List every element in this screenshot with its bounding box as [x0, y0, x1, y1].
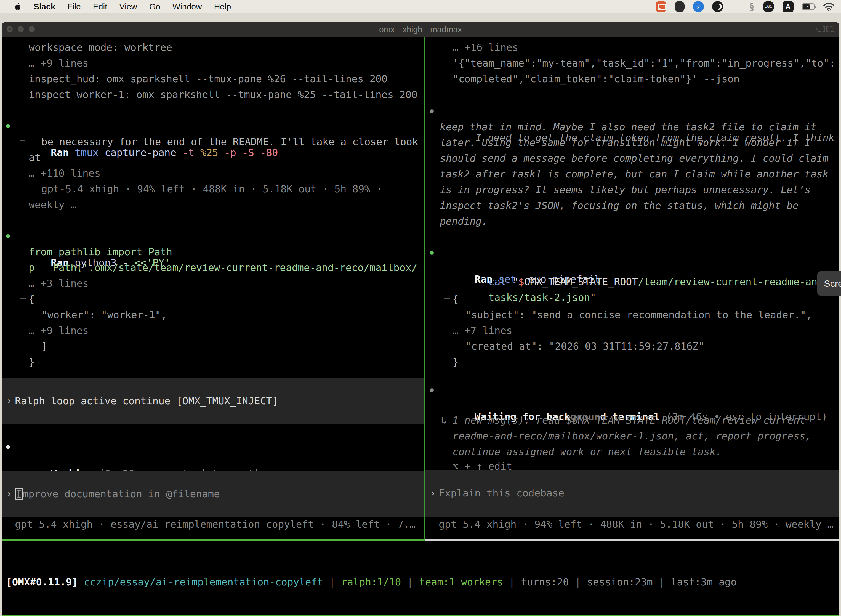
omx-turns: turns:20	[521, 575, 568, 589]
chevron-icon: ›	[6, 395, 12, 408]
json-output: "created_at": "2026-03-31T11:59:27.816Z"	[465, 340, 705, 353]
right-pane: … +16 lines '{"team_name":"my-team","tas…	[425, 37, 840, 541]
collapsed-lines-indicator: … +9 lines	[29, 57, 89, 70]
bullet-white-icon	[6, 445, 10, 449]
tree-connector	[20, 133, 21, 141]
tree-connector	[20, 243, 21, 299]
letter-a-icon[interactable]: A	[782, 1, 794, 12]
tree-connector	[444, 298, 450, 299]
prompt-input-right[interactable]: › Explain this codebase	[425, 470, 840, 517]
bolt-circle-icon[interactable]: ⚡	[693, 1, 704, 12]
code-line: from pathlib import Path	[29, 245, 172, 259]
crescent-icon[interactable]	[712, 1, 723, 12]
working-status: Working (6m 38s • esc to interrupt)	[15, 440, 260, 454]
status-line-right: gpt-5.4 xhigh · 94% left · 488K in · 5.1…	[439, 518, 833, 531]
terminal-line: workspace_mode: worktree	[29, 41, 172, 54]
collapsed-lines-indicator: … +16 lines	[453, 41, 518, 54]
right-pane-border	[425, 539, 840, 541]
json-output: {	[453, 293, 459, 306]
waiting-status: Waiting for background terminal (3m 46s …	[439, 384, 828, 397]
mailbox-message: continue assigned work or next feasible …	[453, 445, 722, 458]
menu-item-edit[interactable]: Edit	[93, 2, 107, 11]
menu-item-window[interactable]: Window	[173, 2, 202, 11]
collapsed-lines-indicator: … +9 lines	[29, 324, 89, 337]
bullet-grey-icon	[430, 109, 434, 113]
section-icon[interactable]: §	[749, 1, 755, 12]
menu-item-go[interactable]: Go	[149, 2, 160, 11]
agent-thought: keep that in mind. Maybe I also need the…	[440, 120, 816, 133]
json-output: }	[29, 355, 35, 369]
prompt-chevron-icon: ›	[6, 487, 12, 501]
prompt-chevron-icon: ›	[430, 487, 436, 500]
json-output: "subject": "send a concise recommendatio…	[465, 308, 812, 321]
window-title: omx --xhigh --madmax	[1, 22, 840, 37]
badge-61-icon[interactable]: ..61	[763, 1, 774, 12]
agent-thought: later. Using the same for transition mig…	[440, 136, 811, 149]
separator: |	[407, 575, 413, 589]
agent-thought: is in progress? It seems likely but perh…	[440, 183, 811, 197]
status-line-left: gpt-5.4 xhigh · essay/ai-reimplementatio…	[15, 518, 416, 531]
ran-command-python: Ran python3 - <<'PY'	[15, 230, 170, 243]
command-output: be necessary for the end of the README. …	[41, 135, 418, 148]
pane-separator	[424, 37, 425, 541]
collapsed-lines-indicator: … +3 lines	[29, 277, 89, 290]
terminal-line: "completed","claim_token":"claim-token"}…	[453, 72, 740, 85]
collapsed-lines-indicator: … +110 lines	[29, 167, 100, 180]
separator: |	[329, 575, 335, 589]
tmux-status-bar: [omx-cczip0:bash* "MacBook-Pro-44.local"…	[1, 615, 840, 616]
dot-grid-icon[interactable]	[731, 2, 741, 12]
apple-logo-icon[interactable]	[14, 3, 22, 11]
json-output: }	[453, 355, 459, 369]
menu-item-file[interactable]: File	[67, 2, 81, 11]
tree-connector	[20, 298, 26, 299]
prompt-input-left[interactable]: › Improve documentation in @filename	[1, 471, 424, 517]
prompt-placeholder: Explain this codebase	[439, 487, 564, 500]
tree-connector	[444, 260, 444, 299]
prompt-placeholder: Improve documentation in @filename	[15, 487, 220, 501]
omx-project: cczip/essay/ai-reimplementation-copyleft	[84, 575, 323, 589]
agent-thought: inspect task2's JSON, focusing on the st…	[440, 199, 799, 212]
collapsed-lines-indicator: … +7 lines	[453, 324, 512, 337]
ralph-loop-banner: › Ralph loop active continue [OMX_TMUX_I…	[1, 378, 424, 424]
command-line: cat "$OMX_TEAM_STATE_ROOT/team/review-cu…	[453, 262, 840, 275]
text-cursor: I	[15, 488, 23, 500]
terminal-window: omx --xhigh --madmax ⌥⌘1 workspace_mode:…	[1, 22, 840, 616]
bullet-green-icon	[6, 124, 10, 128]
terminal-line: inspect_hud: omx sparkshell --tmux-pane …	[29, 72, 387, 85]
ralph-loop-text: Ralph loop active continue [OMX_TMUX_INJ…	[15, 395, 278, 408]
mailbox-message: 1 new msg(s): read $OMX_TEAM_STATE_ROOT/…	[453, 414, 811, 427]
separator: |	[659, 575, 665, 589]
ran-command-tmux: Ran tmux capture-pane -t %25 -p -S -80	[15, 119, 278, 133]
bullet-grey-icon	[430, 388, 434, 392]
window-titlebar: omx --xhigh --madmax ⌥⌘1	[1, 22, 840, 37]
command-output: gpt-5.4 xhigh · 94% left · 488K in · 5.1…	[41, 182, 382, 196]
chat-app-icon[interactable]	[656, 1, 666, 12]
omx-team-workers: team:1 workers	[419, 575, 503, 589]
tree-connector	[20, 141, 25, 141]
omx-session: session:23m	[587, 575, 652, 589]
code-line: p = Path('.omx/state/team/review-current…	[29, 261, 418, 274]
bullet-green-icon	[430, 251, 434, 255]
left-pane: workspace_mode: worktree … +9 lines insp…	[1, 37, 424, 541]
mailbox-message: readme-and-reco/mailbox/worker-1.json, a…	[453, 430, 811, 443]
battery-icon[interactable]: ⚡	[802, 3, 815, 10]
menu-item-help[interactable]: Help	[214, 2, 231, 11]
agent-thought: pending.	[440, 215, 488, 228]
json-output: "worker": "worker-1",	[41, 308, 167, 321]
mailbox-arrow-icon: ↳	[441, 414, 447, 427]
menu-app-name[interactable]: Slack	[34, 2, 55, 11]
screen-tooltip: Scre	[817, 271, 841, 296]
bullet-green-icon	[6, 234, 10, 238]
json-output: ]	[41, 340, 47, 353]
terminal-line: inspect_worker-1: omx sparkshell --tmux-…	[29, 88, 418, 101]
command-output: at	[29, 151, 41, 164]
menu-item-view[interactable]: View	[119, 2, 137, 11]
grid-shield-icon[interactable]	[675, 1, 684, 12]
wifi-icon[interactable]	[823, 2, 835, 11]
omx-ralph-counter: ralph:1/10	[341, 575, 401, 589]
ran-command-set: Ran set -euo pipefail	[439, 246, 600, 260]
terminal-line: '{"team_name":"my-team","task_id":"1","f…	[453, 57, 835, 70]
json-output: {	[29, 293, 35, 306]
agent-thought: should send a message before completing …	[440, 152, 829, 165]
agent-thought: I need to get the claim token from the c…	[440, 105, 840, 118]
